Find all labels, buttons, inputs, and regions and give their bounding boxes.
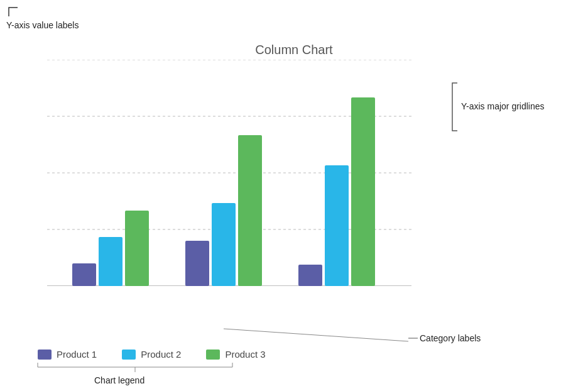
- y-axis-value-labels-annotation: Y-axis value labels: [6, 20, 79, 30]
- legend-swatch-product2: [122, 350, 136, 360]
- legend-item-product2: Product 2: [122, 349, 181, 360]
- bar-2013-product3: [238, 135, 262, 286]
- category-labels-annotation: Category labels: [408, 333, 534, 355]
- bar-2012-product2: [99, 237, 122, 286]
- svg-line-29: [224, 329, 408, 341]
- legend-label-product2: Product 2: [141, 349, 181, 360]
- bar-2012-product3: [125, 211, 149, 286]
- bar-2013-product2: [212, 203, 236, 286]
- chart-legend: Product 1 Product 2 Product 3: [38, 349, 266, 360]
- legend-item-product1: Product 1: [38, 349, 97, 360]
- legend-swatch-product3: [206, 350, 220, 360]
- y-axis-gridlines-annotation: Y-axis major gridlines: [451, 82, 577, 135]
- chart-title: Column Chart: [0, 43, 588, 57]
- svg-text:Y-axis major gridlines: Y-axis major gridlines: [461, 101, 545, 111]
- svg-text:Chart legend: Chart legend: [94, 375, 144, 385]
- bar-2013-product1: [185, 241, 209, 286]
- svg-text:Category labels: Category labels: [420, 333, 481, 343]
- chart-container: Column Chart Y-axis value labels 300 225…: [0, 0, 588, 391]
- bar-2014-product1: [298, 265, 322, 286]
- bar-2012-product1: [72, 263, 96, 286]
- legend-swatch-product1: [38, 350, 52, 360]
- bar-2014-product2: [325, 165, 349, 286]
- chart-svg: 300 225 150 75 0 2012 2013: [47, 60, 411, 286]
- bar-2014-product3: [351, 97, 375, 286]
- legend-item-product3: Product 3: [206, 349, 265, 360]
- y-axis-bracket-icon: [6, 5, 20, 19]
- legend-label-product3: Product 3: [225, 349, 265, 360]
- legend-label-product1: Product 1: [57, 349, 97, 360]
